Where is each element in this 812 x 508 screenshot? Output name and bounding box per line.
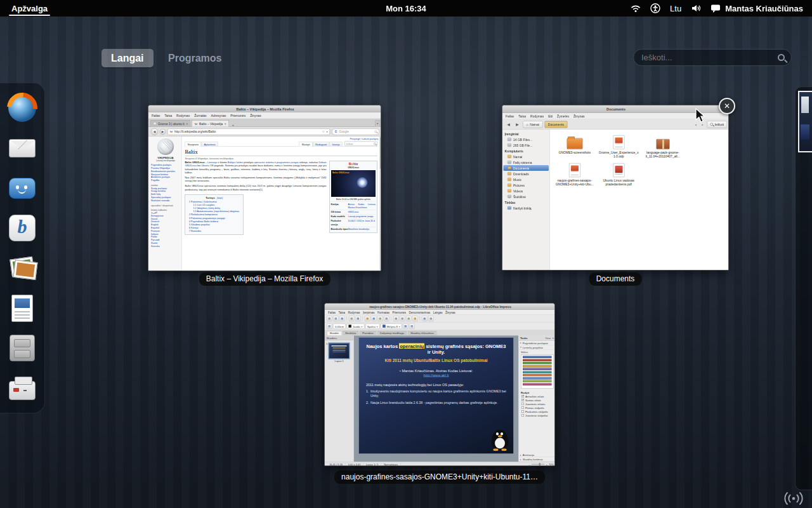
page-scrollbar[interactable] — [379, 137, 381, 271]
toolbar-button[interactable] — [339, 316, 345, 322]
new-tab-button[interactable] — [231, 123, 235, 127]
fill-color-dropdown[interactable]: Mėlyna 8 — [381, 324, 402, 330]
menu-item[interactable]: Failas — [328, 311, 336, 314]
dash-item-mail[interactable] — [8, 133, 37, 163]
view-tab[interactable]: Pastabos — [360, 331, 377, 335]
infobox-value[interactable]: GNU/Linux — [348, 210, 376, 213]
url-dropdown-icon[interactable] — [326, 130, 327, 134]
wiki-search-field[interactable]: Ieškoti — [344, 142, 377, 146]
window-documents[interactable]: Documents FailasTaisaRodymasEitiŽymelėsŽ… — [502, 105, 729, 271]
view-tab[interactable]: Skaidrė — [327, 331, 341, 335]
browser-search-field[interactable]: Google — [332, 128, 379, 135]
sidebar-place-item[interactable]: Failų sistema — [504, 159, 549, 165]
infobox-value[interactable]: Laisvoji programinė įranga — [348, 215, 376, 218]
breadcrumb-home[interactable]: Namai — [523, 121, 542, 128]
tab-windows[interactable]: Langai — [102, 49, 154, 67]
wiki-search-icon[interactable] — [374, 142, 376, 145]
file-item[interactable]: naujos-grafines-sasajos-GNOME3+Unity+kit… — [553, 162, 597, 186]
tab-applications[interactable]: Programos — [159, 49, 231, 67]
tasks-section-master-pages[interactable]: Pagrindiniai puslapiai — [519, 341, 556, 345]
menu-item[interactable]: Įterpimas — [363, 311, 375, 314]
network-broadcast-icon[interactable] — [783, 490, 804, 507]
wiki-article-tab[interactable]: Aptarimas — [202, 142, 218, 147]
zoom-in-icon[interactable] — [546, 463, 547, 466]
workspace-switcher[interactable] — [795, 86, 812, 490]
toolbar-button[interactable] — [409, 324, 415, 330]
search-icon[interactable] — [778, 54, 785, 61]
toolbar-button[interactable] — [406, 316, 412, 322]
menu-item[interactable]: Formatas — [377, 311, 390, 314]
baltix-cd-image[interactable]: Baltix GNU/Linux — [331, 170, 376, 197]
tab-close-icon[interactable] — [186, 122, 188, 126]
checkbox[interactable] — [521, 414, 524, 417]
toolbar-button[interactable] — [412, 316, 418, 322]
dash-item-banshee[interactable] — [8, 213, 37, 243]
menu-item[interactable]: Žymelės — [557, 114, 569, 118]
toolbar-button[interactable] — [371, 316, 377, 322]
infobox-value[interactable]: Monolitinis branduolys — [348, 227, 376, 231]
breadcrumb-current[interactable]: Documents — [544, 121, 567, 128]
menu-item[interactable]: Taisa — [164, 114, 172, 117]
checkbox[interactable] — [521, 395, 524, 398]
menu-item[interactable]: Žinynas — [573, 114, 585, 118]
toolbar-button[interactable] — [355, 316, 361, 322]
back-button[interactable] — [151, 128, 158, 135]
checkbox[interactable] — [521, 403, 524, 405]
sidebar-place-item[interactable]: Pictures — [504, 182, 549, 188]
dash-item-document[interactable] — [8, 293, 37, 323]
wiki-view-tab[interactable]: Redaguoti — [313, 142, 329, 147]
tasks-collapsed-section[interactable]: Animacija — [519, 453, 556, 457]
sidebar-place-item[interactable]: 265 GB File... — [504, 142, 549, 148]
toolbar-button[interactable] — [393, 316, 399, 322]
file-item[interactable]: language-pack-gnome-lt_11.04+20110407_al… — [641, 134, 685, 158]
menu-item[interactable]: Taisa — [339, 311, 346, 314]
menu-item[interactable]: Failas — [152, 114, 160, 117]
line-color-dropdown[interactable]: Juoda — [346, 324, 364, 330]
dash-item-photos[interactable] — [8, 253, 37, 283]
file-search-button[interactable]: Ieškoti — [707, 121, 727, 128]
tasks-collapsed-section[interactable]: Skaidrių keitimas — [519, 457, 556, 462]
sidebar-place-item[interactable]: Videos — [504, 188, 549, 194]
checkbox[interactable] — [521, 410, 524, 413]
tasks-close-icon[interactable]: ✕ — [552, 337, 554, 340]
wiki-view-tab[interactable]: Skaityti — [299, 142, 313, 147]
wiki-view-tab[interactable]: Istorija — [330, 142, 343, 147]
toolbar-button[interactable] — [377, 316, 383, 322]
dash-item-cabinet[interactable] — [8, 333, 37, 363]
workspace-thumbnail[interactable] — [798, 91, 812, 152]
menu-item[interactable]: Rodymas — [348, 311, 360, 314]
browser-tab[interactable]: Baltix – Vikipedija — [192, 120, 229, 127]
infobox-value[interactable]: Atviras Kodas Lietuvai, Mantas Kriaučiūn… — [348, 203, 376, 209]
toolbar-button[interactable] — [333, 316, 339, 322]
forward-button[interactable]: ▶ — [514, 121, 521, 128]
zoom-control[interactable]: 70% — [526, 463, 554, 466]
toolbar-button[interactable] — [349, 316, 355, 322]
table-design-list[interactable] — [521, 354, 554, 389]
slide[interactable]: Naujos kartos operacinių sistemų grafinė… — [359, 338, 513, 453]
dash-item-chat[interactable] — [8, 173, 37, 203]
dash-item-printer[interactable] — [8, 373, 37, 403]
file-item[interactable]: Ubuntu Linux vadovas pradedantiems.pdf — [597, 162, 641, 186]
activities-button[interactable]: Apžvalga — [0, 0, 59, 17]
wifi-icon[interactable] — [631, 4, 641, 13]
impress-titlebar[interactable]: naujos-grafines-sasajos-GNOME3+Unity+kit… — [325, 304, 555, 310]
window-close-button[interactable] — [719, 98, 735, 114]
search-go-icon[interactable] — [375, 131, 377, 133]
wiki-tool-link[interactable]: Nuolatinė nuoroda — [151, 199, 180, 202]
dash-item-firefox[interactable] — [8, 93, 37, 123]
zoom-slider[interactable] — [532, 464, 545, 465]
keyboard-layout-indicator[interactable]: Ltu — [670, 4, 681, 13]
menu-item[interactable]: Rodymas — [176, 114, 190, 117]
view-tab[interactable]: Skaidrių rūšiavimas — [407, 331, 436, 335]
search-input[interactable] — [640, 52, 773, 63]
menu-item[interactable]: Demonstravimas — [409, 311, 431, 314]
menu-item[interactable]: Eiti — [548, 114, 553, 118]
window-firefox[interactable]: Baltix – Vikipedija – Mozilla Firefox Fa… — [148, 105, 381, 271]
view-tab[interactable]: Dalijamoji medžiaga — [377, 331, 407, 335]
menu-item[interactable]: Taisa — [518, 114, 526, 118]
sidebar-place-item[interactable]: Music — [504, 177, 549, 182]
checkbox[interactable] — [521, 406, 524, 409]
menu-item[interactable]: Priemonės — [230, 114, 246, 117]
menu-item[interactable]: Langas — [433, 311, 443, 314]
sidebar-place-item[interactable]: Šiukšlinė — [504, 194, 549, 199]
